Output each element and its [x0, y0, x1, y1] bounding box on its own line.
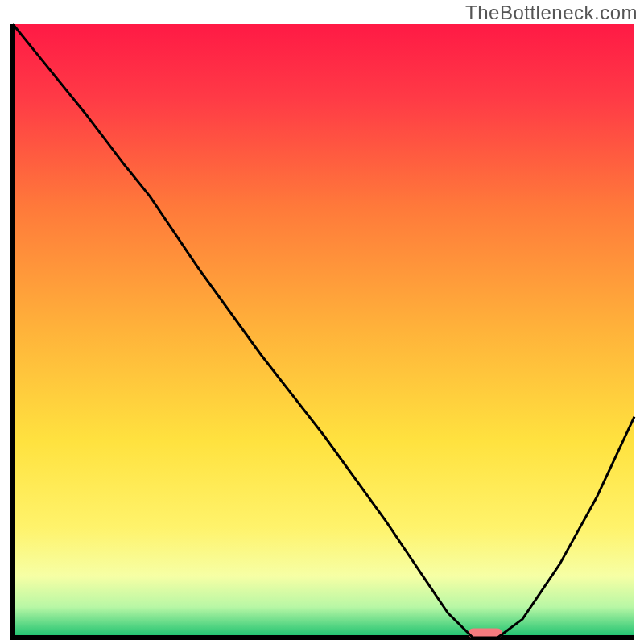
chart-svg	[0, 0, 644, 644]
plot-background	[13, 24, 634, 638]
watermark-text: TheBottleneck.com	[465, 2, 638, 24]
bottleneck-chart: TheBottleneck.com	[0, 0, 644, 644]
